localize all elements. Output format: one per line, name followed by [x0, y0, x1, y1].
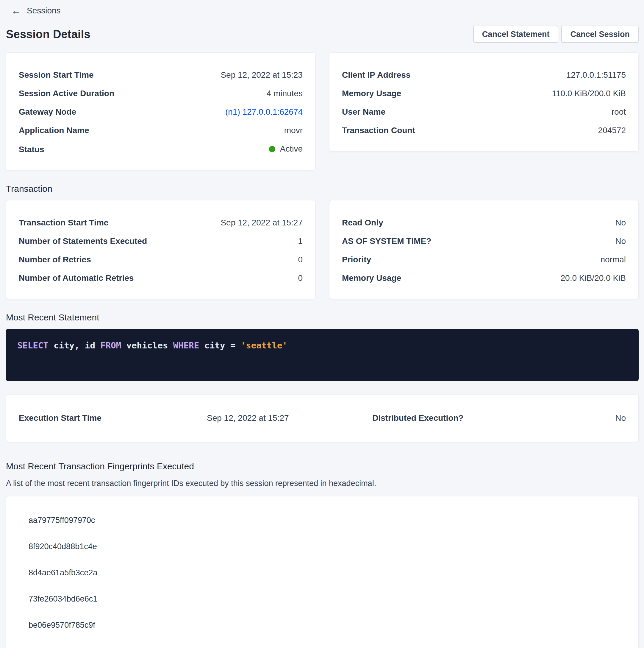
transaction-memory-usage-row: Memory Usage 20.0 KiB/20.0 KiB [342, 273, 626, 283]
sql-columns: city, id [54, 340, 100, 350]
transaction-count-value: 204572 [598, 125, 626, 136]
sql-keyword: SELECT [17, 340, 54, 350]
distributed-execution-label: Distributed Execution? [372, 413, 539, 423]
gateway-node-row: Gateway Node (n1) 127.0.0.1:62674 [19, 107, 303, 117]
status-active-dot-icon [269, 146, 275, 152]
session-memory-usage-value: 110.0 KiB/200.0 KiB [552, 89, 626, 99]
read-only-label: Read Only [342, 218, 383, 228]
fingerprint-item: 73fe26034bd6e6c1 [28, 595, 626, 603]
client-ip-row: Client IP Address 127.0.0.1:51175 [342, 70, 626, 80]
transaction-start-time-row: Transaction Start Time Sep 12, 2022 at 1… [19, 218, 303, 228]
sql-string-literal: 'seattle' [241, 340, 288, 350]
transaction-card-left: Transaction Start Time Sep 12, 2022 at 1… [6, 200, 315, 299]
retries-label: Number of Retries [19, 255, 91, 265]
application-name-row: Application Name movr [19, 125, 303, 136]
session-start-time-label: Session Start Time [19, 70, 94, 80]
cancel-session-button[interactable]: Cancel Session [561, 25, 639, 43]
client-ip-value: 127.0.0.1:51175 [566, 70, 626, 80]
sql-condition: city = [204, 340, 241, 350]
page-header: Session Details Cancel Statement Cancel … [6, 25, 639, 43]
sql-table: vehicles [126, 340, 173, 350]
sql-keyword: WHERE [173, 340, 204, 350]
page-title: Session Details [6, 28, 91, 41]
statements-executed-value: 1 [298, 236, 303, 246]
automatic-retries-label: Number of Automatic Retries [19, 273, 134, 283]
sql-keyword: FROM [100, 340, 126, 350]
session-start-time-row: Session Start Time Sep 12, 2022 at 15:23 [19, 70, 303, 80]
session-details-page: ← Sessions Session Details Cancel Statem… [0, 0, 644, 648]
distributed-execution-value: No [539, 413, 626, 423]
user-name-label: User Name [342, 107, 386, 117]
gateway-node-label: Gateway Node [19, 107, 76, 117]
fingerprint-item: 8d4ae61a5fb3ce2a [28, 569, 626, 577]
application-name-label: Application Name [19, 125, 89, 136]
read-only-row: Read Only No [342, 218, 626, 228]
statements-executed-row: Number of Statements Executed 1 [19, 236, 303, 246]
transaction-count-row: Transaction Count 204572 [342, 125, 626, 136]
retries-row: Number of Retries 0 [19, 255, 303, 265]
execution-summary-card: Execution Start Time Sep 12, 2022 at 15:… [6, 394, 639, 442]
transaction-start-time-label: Transaction Start Time [19, 218, 108, 228]
execution-start-time-label: Execution Start Time [19, 413, 207, 423]
breadcrumb[interactable]: ← Sessions [11, 6, 639, 15]
read-only-value: No [615, 218, 626, 228]
status-active-text: Active [280, 144, 303, 154]
fingerprint-item: be06e9570f785c9f [28, 621, 626, 629]
most-recent-statement-title: Most Recent Statement [6, 312, 639, 323]
fingerprint-item: ba2b203b823296de [28, 647, 626, 648]
back-arrow-icon: ← [11, 6, 21, 15]
status-row: Status Active [19, 144, 303, 155]
sql-statement-box: SELECT city, id FROM vehicles WHERE city… [6, 329, 639, 381]
automatic-retries-row: Number of Automatic Retries 0 [19, 273, 303, 283]
header-actions: Cancel Statement Cancel Session [473, 25, 639, 43]
sql-statement-text: SELECT city, id FROM vehicles WHERE city… [17, 339, 627, 352]
priority-label: Priority [342, 255, 371, 265]
priority-value: normal [600, 255, 626, 265]
session-active-duration-value: 4 minutes [267, 89, 303, 99]
fingerprints-section-title: Most Recent Transaction Fingerprints Exe… [6, 461, 639, 472]
session-start-time-value: Sep 12, 2022 at 15:23 [221, 70, 303, 80]
as-of-system-time-label: AS OF SYSTEM TIME? [342, 236, 431, 246]
session-summary-card-left: Session Start Time Sep 12, 2022 at 15:23… [6, 52, 315, 170]
status-badge: Active [269, 144, 303, 154]
client-ip-label: Client IP Address [342, 70, 410, 80]
as-of-system-time-value: No [615, 236, 626, 246]
user-name-value: root [611, 107, 626, 117]
transaction-section-title: Transaction [6, 183, 639, 194]
fingerprint-item: aa79775ff097970c [28, 516, 626, 525]
transaction-count-label: Transaction Count [342, 125, 415, 136]
session-active-duration-row: Session Active Duration 4 minutes [19, 89, 303, 99]
session-summary-row: Session Start Time Sep 12, 2022 at 15:23… [6, 52, 639, 170]
fingerprints-card: aa79775ff097970c 8f920c40d88b1c4e 8d4ae6… [6, 496, 639, 648]
fingerprint-item: 8f920c40d88b1c4e [28, 542, 626, 551]
transaction-memory-usage-value: 20.0 KiB/20.0 KiB [561, 273, 626, 283]
priority-row: Priority normal [342, 255, 626, 265]
breadcrumb-sessions-link[interactable]: Sessions [27, 6, 61, 15]
session-active-duration-label: Session Active Duration [19, 89, 114, 99]
as-of-system-time-row: AS OF SYSTEM TIME? No [342, 236, 626, 246]
status-label: Status [19, 145, 44, 155]
gateway-node-link[interactable]: (n1) 127.0.0.1:62674 [225, 107, 303, 117]
application-name-value: movr [284, 125, 303, 136]
session-memory-usage-label: Memory Usage [342, 89, 401, 99]
automatic-retries-value: 0 [298, 273, 303, 283]
statements-executed-label: Number of Statements Executed [19, 236, 147, 246]
transaction-summary-row: Transaction Start Time Sep 12, 2022 at 1… [6, 200, 639, 299]
session-summary-card-right: Client IP Address 127.0.0.1:51175 Memory… [329, 52, 639, 152]
transaction-start-time-value: Sep 12, 2022 at 15:27 [221, 218, 303, 228]
retries-value: 0 [298, 255, 303, 265]
user-name-row: User Name root [342, 107, 626, 117]
session-memory-usage-row: Memory Usage 110.0 KiB/200.0 KiB [342, 89, 626, 99]
transaction-memory-usage-label: Memory Usage [342, 273, 401, 283]
cancel-statement-button[interactable]: Cancel Statement [473, 25, 559, 43]
fingerprints-description: A list of the most recent transaction fi… [6, 478, 639, 488]
transaction-card-right: Read Only No AS OF SYSTEM TIME? No Prior… [329, 200, 639, 299]
execution-start-time-value: Sep 12, 2022 at 15:27 [207, 413, 372, 423]
